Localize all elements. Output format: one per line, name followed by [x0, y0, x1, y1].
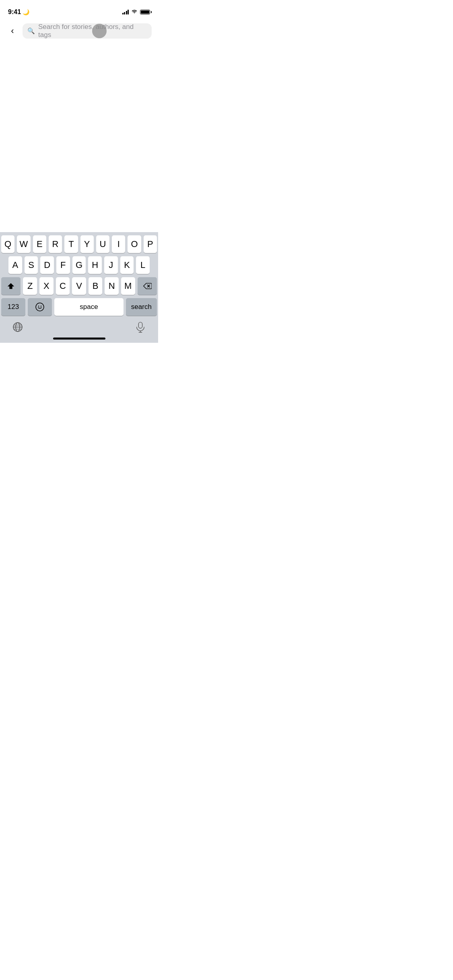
- key-q[interactable]: Q: [1, 235, 14, 253]
- keyboard-row-1: Q W E R T Y U I O P: [1, 235, 157, 253]
- svg-point-0: [36, 303, 44, 311]
- key-t[interactable]: T: [64, 235, 78, 253]
- keyboard-row-4: 123 space search: [1, 298, 157, 316]
- key-m[interactable]: M: [121, 277, 135, 295]
- time-display: 9:41: [8, 8, 21, 16]
- wifi-icon: [131, 9, 138, 15]
- key-k[interactable]: K: [120, 256, 134, 274]
- key-l[interactable]: L: [136, 256, 150, 274]
- key-u[interactable]: U: [96, 235, 109, 253]
- key-i[interactable]: I: [112, 235, 125, 253]
- key-search[interactable]: search: [126, 298, 157, 316]
- key-j[interactable]: J: [104, 256, 118, 274]
- keyboard-row-2: A S D F G H J K L: [1, 256, 157, 274]
- status-bar: 9:41 🌙: [0, 0, 158, 20]
- status-icons: [122, 9, 150, 15]
- key-o[interactable]: O: [128, 235, 141, 253]
- svg-point-2: [41, 306, 41, 307]
- moon-icon: 🌙: [23, 9, 29, 15]
- keyboard-bottom-icons: [1, 319, 157, 336]
- svg-rect-8: [138, 322, 142, 328]
- key-n[interactable]: N: [105, 277, 119, 295]
- key-a[interactable]: A: [8, 256, 22, 274]
- keyboard-row-3: Z X C V B N M: [1, 277, 157, 295]
- key-v[interactable]: V: [72, 277, 86, 295]
- search-bar[interactable]: 🔍 Search for stories, authors, and tags: [23, 23, 152, 39]
- key-space[interactable]: space: [54, 298, 124, 316]
- key-d[interactable]: D: [40, 256, 54, 274]
- search-header: ‹ 🔍 Search for stories, authors, and tag…: [0, 20, 158, 43]
- signal-icon: [122, 10, 129, 14]
- main-content: [0, 43, 158, 257]
- back-button[interactable]: ‹: [6, 24, 19, 38]
- key-y[interactable]: Y: [80, 235, 94, 253]
- key-p[interactable]: P: [144, 235, 157, 253]
- key-h[interactable]: H: [88, 256, 102, 274]
- key-s[interactable]: S: [25, 256, 38, 274]
- key-z[interactable]: Z: [23, 277, 37, 295]
- key-x[interactable]: X: [39, 277, 54, 295]
- status-time: 9:41 🌙: [8, 8, 29, 16]
- key-f[interactable]: F: [56, 256, 70, 274]
- back-chevron-icon: ‹: [11, 26, 14, 36]
- key-delete[interactable]: [138, 277, 157, 295]
- key-c[interactable]: C: [56, 277, 70, 295]
- keyboard[interactable]: Q W E R T Y U I O P A S D F G H J K L Z …: [0, 232, 158, 343]
- key-b[interactable]: B: [89, 277, 103, 295]
- key-mic[interactable]: [130, 319, 150, 335]
- key-g[interactable]: G: [72, 256, 86, 274]
- search-glass-icon: 🔍: [27, 27, 35, 35]
- cursor-indicator: [92, 24, 107, 38]
- key-emoji[interactable]: [28, 298, 52, 316]
- key-globe[interactable]: [8, 319, 28, 335]
- key-shift[interactable]: [1, 277, 21, 295]
- key-w[interactable]: W: [17, 235, 30, 253]
- home-indicator: [53, 338, 105, 340]
- key-r[interactable]: R: [49, 235, 62, 253]
- key-e[interactable]: E: [33, 235, 46, 253]
- battery-icon: [140, 10, 150, 14]
- key-numbers[interactable]: 123: [1, 298, 25, 316]
- svg-point-1: [38, 306, 39, 307]
